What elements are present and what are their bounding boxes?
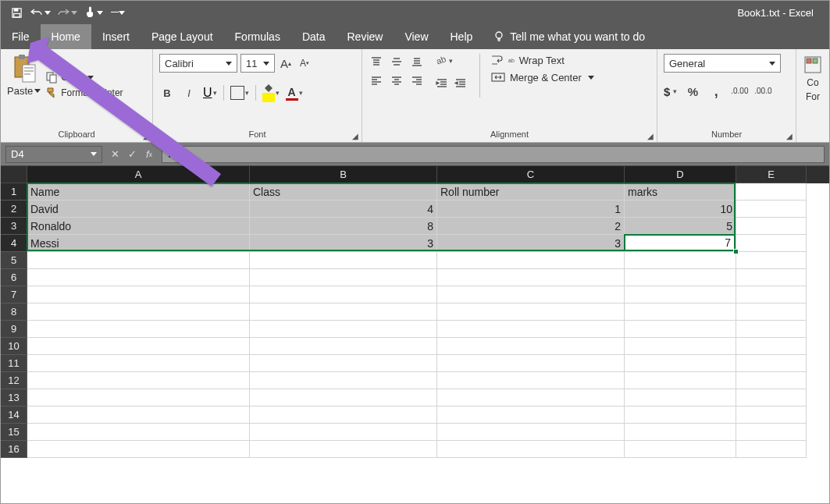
- row-header-14[interactable]: 14: [1, 406, 27, 424]
- cell-B16[interactable]: [250, 441, 437, 458]
- cell-D8[interactable]: [625, 303, 736, 321]
- font-name-select[interactable]: Calibri: [159, 54, 237, 73]
- decrease-decimal-button[interactable]: .00.0: [755, 83, 771, 99]
- increase-indent-button[interactable]: [453, 76, 468, 91]
- cell-B12[interactable]: [250, 372, 437, 389]
- row-header-8[interactable]: 8: [1, 303, 27, 321]
- cell-B6[interactable]: [250, 269, 437, 286]
- middle-align-button[interactable]: [389, 54, 404, 69]
- cell-C15[interactable]: [437, 424, 625, 441]
- cell-B8[interactable]: [250, 303, 437, 321]
- row-header-9[interactable]: 9: [1, 321, 27, 338]
- font-size-select[interactable]: 11: [240, 54, 275, 73]
- cell-E12[interactable]: [736, 372, 807, 389]
- cell-C4[interactable]: 3: [437, 235, 625, 252]
- cell-C11[interactable]: [437, 355, 625, 372]
- cell-D5[interactable]: [625, 252, 736, 269]
- column-header-E[interactable]: E: [736, 166, 807, 183]
- name-box[interactable]: D4: [5, 146, 102, 163]
- row-header-6[interactable]: 6: [1, 269, 27, 286]
- wrap-text-button[interactable]: abWrap Text: [491, 54, 594, 66]
- clipboard-launcher[interactable]: ◢: [143, 132, 149, 140]
- cell-E7[interactable]: [736, 286, 807, 303]
- row-header-16[interactable]: 16: [1, 441, 27, 458]
- cell-A10[interactable]: [27, 338, 250, 355]
- cell-E11[interactable]: [736, 355, 807, 372]
- cell-E13[interactable]: [736, 389, 807, 406]
- cell-D16[interactable]: [625, 441, 736, 458]
- cell-B2[interactable]: 4: [250, 201, 437, 218]
- cell-A5[interactable]: [27, 252, 250, 269]
- cell-C16[interactable]: [437, 441, 625, 458]
- cell-B15[interactable]: [250, 424, 437, 441]
- cell-D10[interactable]: [625, 338, 736, 355]
- tab-insert[interactable]: Insert: [91, 24, 141, 49]
- tab-home[interactable]: Home: [41, 24, 91, 49]
- percent-button[interactable]: %: [685, 83, 700, 99]
- cell-E4[interactable]: [736, 235, 807, 252]
- save-icon[interactable]: [7, 3, 26, 22]
- shrink-font-button[interactable]: A▾: [297, 55, 312, 71]
- cell-A7[interactable]: [27, 286, 250, 303]
- number-format-select[interactable]: General: [664, 54, 781, 73]
- row-header-4[interactable]: 4: [1, 235, 27, 252]
- cell-E5[interactable]: [736, 252, 807, 269]
- cell-C6[interactable]: [437, 269, 625, 286]
- column-header-B[interactable]: B: [250, 166, 437, 183]
- cell-E6[interactable]: [736, 269, 807, 286]
- bottom-align-button[interactable]: [409, 54, 425, 69]
- touch-mode-button[interactable]: [82, 3, 105, 22]
- row-header-11[interactable]: 11: [1, 355, 27, 372]
- center-align-button[interactable]: [389, 73, 404, 88]
- tab-page-layout[interactable]: Page Layout: [141, 24, 224, 49]
- cell-C12[interactable]: [437, 372, 625, 389]
- cell-B10[interactable]: [250, 338, 437, 355]
- cell-E8[interactable]: [736, 303, 807, 321]
- alignment-launcher[interactable]: ◢: [647, 132, 654, 140]
- cell-D4[interactable]: 7: [625, 235, 736, 252]
- column-header-A[interactable]: A: [27, 166, 250, 183]
- cell-E1[interactable]: [736, 183, 807, 201]
- cell-B4[interactable]: 3: [250, 235, 437, 252]
- cell-A8[interactable]: [27, 303, 250, 321]
- cell-E9[interactable]: [736, 321, 807, 338]
- cell-B9[interactable]: [250, 321, 437, 338]
- cell-D1[interactable]: marks: [625, 183, 736, 201]
- cell-D14[interactable]: [625, 406, 736, 424]
- copy-button[interactable]: Copy: [45, 71, 123, 83]
- row-header-3[interactable]: 3: [1, 218, 27, 235]
- cell-C3[interactable]: 2: [437, 218, 625, 235]
- cell-A4[interactable]: Messi: [27, 235, 250, 252]
- cell-B13[interactable]: [250, 389, 437, 406]
- fill-color-button[interactable]: ▾: [262, 83, 280, 102]
- cell-D11[interactable]: [625, 355, 736, 372]
- cell-B7[interactable]: [250, 286, 437, 303]
- cell-A11[interactable]: [27, 355, 250, 372]
- cell-D7[interactable]: [625, 286, 736, 303]
- insert-function-button[interactable]: fx: [141, 147, 157, 162]
- conditional-formatting-button[interactable]: Co For: [796, 49, 829, 108]
- cell-E2[interactable]: [736, 201, 807, 218]
- select-all-corner[interactable]: [1, 166, 27, 183]
- undo-button[interactable]: [29, 3, 52, 22]
- italic-button[interactable]: I: [181, 85, 197, 101]
- column-header-C[interactable]: C: [437, 166, 625, 183]
- cell-B14[interactable]: [250, 406, 437, 424]
- cell-E15[interactable]: [736, 424, 807, 441]
- decrease-indent-button[interactable]: [434, 76, 450, 91]
- bold-button[interactable]: B: [159, 85, 175, 101]
- cell-C1[interactable]: Roll number: [437, 183, 625, 201]
- tab-file[interactable]: File: [1, 24, 41, 49]
- borders-button[interactable]: ▾: [230, 86, 249, 100]
- tell-me-search[interactable]: Tell me what you want to do: [483, 24, 645, 49]
- merge-center-button[interactable]: Merge & Center: [491, 71, 594, 83]
- tab-data[interactable]: Data: [291, 24, 337, 49]
- cell-A14[interactable]: [27, 406, 250, 424]
- cell-E16[interactable]: [736, 441, 807, 458]
- row-header-5[interactable]: 5: [1, 252, 27, 269]
- cell-B11[interactable]: [250, 355, 437, 372]
- right-align-button[interactable]: [409, 73, 425, 88]
- cell-B5[interactable]: [250, 252, 437, 269]
- increase-decimal-button[interactable]: .0.00: [732, 83, 747, 99]
- cell-C7[interactable]: [437, 286, 625, 303]
